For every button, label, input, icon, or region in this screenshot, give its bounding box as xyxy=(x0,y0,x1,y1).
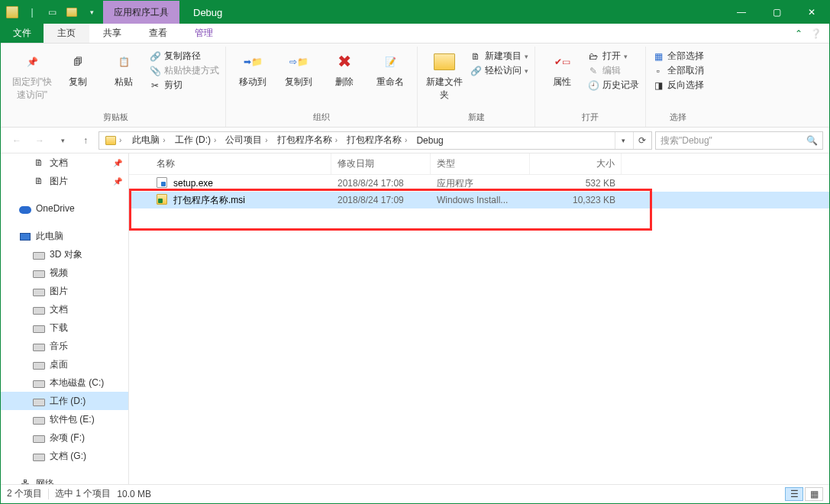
file-list: 名称 修改日期 类型 大小 setup.exe2018/8/24 17:08应用… xyxy=(129,153,829,484)
col-size[interactable]: 大小 xyxy=(530,153,622,174)
newfolder-button[interactable]: 新建文件夹 xyxy=(424,47,465,102)
tab-file[interactable]: 文件 xyxy=(1,24,44,43)
drive-icon xyxy=(33,303,45,315)
sidebar-pc-item[interactable]: 3D 对象 xyxy=(1,245,128,263)
sidebar-onedrive[interactable]: OneDrive xyxy=(1,199,128,218)
rename-icon: 📝 xyxy=(378,50,402,74)
open-button[interactable]: 🗁打开 ▾ xyxy=(587,50,639,63)
col-name[interactable]: 名称 xyxy=(129,153,331,174)
status-selected: 选中 1 个项目 xyxy=(55,487,111,500)
file-date: 2018/8/24 17:09 xyxy=(331,195,431,205)
history-button[interactable]: 🕘历史记录 xyxy=(587,79,639,92)
sidebar-pc-item[interactable]: 文档 (G:) xyxy=(1,447,128,465)
delete-icon: ✖ xyxy=(332,50,357,74)
sidebar-pc-item[interactable]: 软件包 (E:) xyxy=(1,410,128,428)
cut-button[interactable]: ✂剪切 xyxy=(149,79,219,92)
file-row[interactable]: setup.exe2018/8/24 17:08应用程序532 KB xyxy=(129,175,829,192)
folder-icon[interactable] xyxy=(4,4,21,21)
sidebar-pc-item[interactable]: 图片 xyxy=(1,282,128,300)
sidebar-pc-item[interactable]: 下载 xyxy=(1,318,128,337)
file-row[interactable]: 打包程序名称.msi2018/8/24 17:09Windows Install… xyxy=(129,192,829,208)
close-button[interactable]: ✕ xyxy=(794,1,829,24)
drive-icon xyxy=(33,358,45,370)
properties-button[interactable]: ✔▭属性 xyxy=(541,47,583,89)
sidebar-quick-item[interactable]: 🗎文档📌 xyxy=(1,153,128,172)
sidebar-pc-item[interactable]: 本地磁盘 (C:) xyxy=(1,373,128,392)
edit-button[interactable]: ✎编辑 xyxy=(587,64,639,77)
breadcrumb-item[interactable]: 工作 (D:) › xyxy=(170,132,221,149)
view-details-button[interactable]: ☰ xyxy=(785,487,803,501)
invert-button[interactable]: ◨反向选择 xyxy=(652,79,704,92)
sidebar-thispc[interactable]: 此电脑 xyxy=(1,227,128,245)
nav-pane[interactable]: 🗎文档📌🗎图片📌 OneDrive 此电脑 3D 对象视频图片文档下载音乐桌面本… xyxy=(1,153,129,484)
tab-manage[interactable]: 管理 xyxy=(181,24,227,43)
minimize-button[interactable]: — xyxy=(724,1,759,24)
paste-button[interactable]: 📋粘贴 xyxy=(103,47,144,89)
col-date[interactable]: 修改日期 xyxy=(331,153,431,174)
new-folder-icon[interactable] xyxy=(63,4,80,21)
sidebar-pc-item[interactable]: 工作 (D:) xyxy=(1,392,128,410)
address-root-icon[interactable]: › xyxy=(101,132,126,149)
address-bar[interactable]: › 此电脑 ›工作 (D:) ›公司项目 ›打包程序名称 ›打包程序名称 ›De… xyxy=(99,131,652,150)
copy-path-button[interactable]: 🔗复制路径 xyxy=(149,50,219,63)
selectnone-button[interactable]: ▫全部取消 xyxy=(652,64,704,77)
qat-dropdown-icon[interactable]: ▾ xyxy=(83,4,100,21)
copyto-button[interactable]: ⇨📁复制到 xyxy=(278,47,319,89)
copy-button[interactable]: 🗐复制 xyxy=(57,47,99,89)
search-box[interactable]: 🔍 xyxy=(655,131,823,150)
sidebar-pc-item[interactable]: 桌面 xyxy=(1,355,128,373)
view-icons-button[interactable]: ▦ xyxy=(805,487,823,501)
breadcrumb-item[interactable]: 公司项目 › xyxy=(221,132,272,149)
group-new: 新建文件夹 🗎新建项目 ▾ 🔗轻松访问 ▾ 新建 xyxy=(418,47,535,127)
title-bar: | ▭ ▾ 应用程序工具 Debug — ▢ ✕ xyxy=(1,1,829,24)
file-type: Windows Install... xyxy=(431,195,530,205)
network-icon: 🖧 xyxy=(19,477,31,484)
breadcrumb-item[interactable]: 打包程序名称 › xyxy=(342,132,412,149)
sidebar-pc-item[interactable]: 音乐 xyxy=(1,337,128,355)
properties-icon[interactable]: ▭ xyxy=(44,4,60,21)
forward-button[interactable]: → xyxy=(30,131,50,150)
delete-button[interactable]: ✖删除 xyxy=(324,47,365,89)
refresh-button[interactable]: ⟳ xyxy=(633,132,650,149)
tab-home[interactable]: 主页 xyxy=(44,24,89,43)
maximize-button[interactable]: ▢ xyxy=(759,1,794,24)
sidebar-network[interactable]: 🖧网络 xyxy=(1,474,128,484)
column-headers[interactable]: 名称 修改日期 类型 大小 xyxy=(129,153,829,175)
invert-icon: ◨ xyxy=(652,79,664,92)
rename-button[interactable]: 📝重命名 xyxy=(370,47,411,89)
selectall-icon: ▦ xyxy=(652,50,664,63)
recent-dropdown[interactable]: ▾ xyxy=(53,131,73,150)
back-button[interactable]: ← xyxy=(7,131,27,150)
sidebar-pc-item[interactable]: 文档 xyxy=(1,300,128,318)
group-organize-label: 组织 xyxy=(313,109,330,127)
cut-icon: ✂ xyxy=(149,79,161,92)
pin-quickaccess-button[interactable]: 📌固定到"快速访问" xyxy=(11,47,53,102)
tab-view[interactable]: 查看 xyxy=(135,24,181,43)
help-icon[interactable]: ❔ xyxy=(810,28,822,39)
up-button[interactable]: ↑ xyxy=(76,131,95,150)
sidebar-pc-item[interactable]: 视频 xyxy=(1,263,128,282)
sidebar-quick-item[interactable]: 🗎图片📌 xyxy=(1,172,128,190)
group-open: ✔▭属性 🗁打开 ▾ ✎编辑 🕘历史记录 打开 xyxy=(535,47,646,127)
tab-share[interactable]: 共享 xyxy=(89,24,135,43)
search-input[interactable] xyxy=(660,135,806,146)
file-date: 2018/8/24 17:08 xyxy=(331,178,431,189)
ribbon-expand-icon[interactable]: ⌃ xyxy=(795,28,803,39)
group-organize: ➡📁移动到 ⇨📁复制到 ✖删除 📝重命名 组织 xyxy=(226,47,418,127)
group-select-label: 选择 xyxy=(670,109,686,127)
breadcrumb-item[interactable]: 打包程序名称 › xyxy=(273,132,342,149)
breadcrumb-item[interactable]: Debug xyxy=(412,132,447,149)
selectall-button[interactable]: ▦全部选择 xyxy=(652,50,704,63)
paste-shortcut-button[interactable]: 📎粘贴快捷方式 xyxy=(149,64,219,77)
sidebar-pc-item[interactable]: 杂项 (F:) xyxy=(1,428,128,447)
breadcrumb-item[interactable]: 此电脑 › xyxy=(128,132,170,149)
paste-icon: 📋 xyxy=(111,50,136,74)
status-size: 10.0 MB xyxy=(117,489,151,499)
edit-icon: ✎ xyxy=(587,65,599,77)
moveto-button[interactable]: ➡📁移动到 xyxy=(232,47,273,89)
file-icon: 🗎 xyxy=(33,175,45,187)
newitem-button[interactable]: 🗎新建项目 ▾ xyxy=(470,50,528,63)
address-dropdown[interactable]: ▾ xyxy=(615,132,631,149)
easyaccess-button[interactable]: 🔗轻松访问 ▾ xyxy=(470,64,528,77)
col-type[interactable]: 类型 xyxy=(431,153,530,174)
